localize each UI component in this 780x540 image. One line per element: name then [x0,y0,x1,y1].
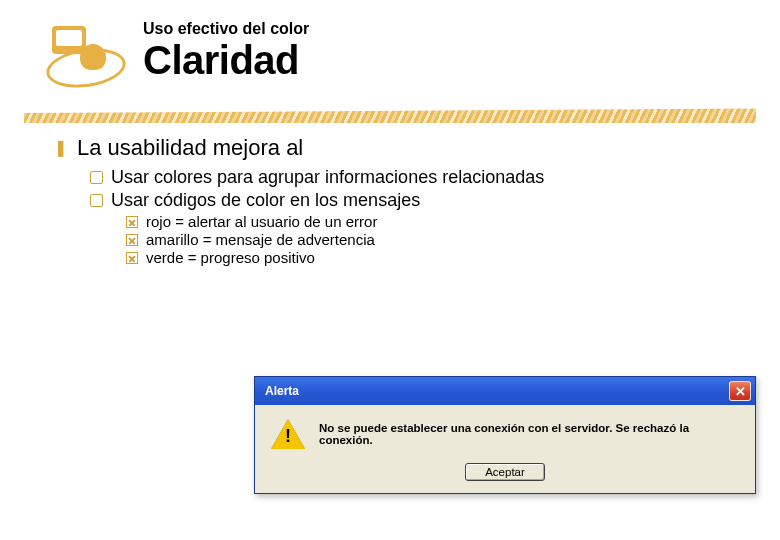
bullet-level2: Usar códigos de color en los mensajes [90,190,730,211]
close-icon: ✕ [735,385,746,398]
dialog-body: ! No se puede establecer una conexión co… [255,405,755,493]
square-bullet-icon [90,194,103,207]
alert-dialog: Alerta ✕ ! No se puede establecer una co… [254,376,756,494]
bullet-level3: verde = progreso positivo [126,249,730,266]
divider-brush-icon [24,105,756,123]
bullet-text: Usar colores para agrupar informaciones … [111,167,544,188]
close-button[interactable]: ✕ [729,381,751,401]
accept-button[interactable]: Aceptar [465,463,545,481]
slide-header: Uso efectivo del color Claridad [0,0,780,93]
bullet-text: Usar códigos de color en los mensajes [111,190,420,211]
xbox-bullet-icon [126,252,138,264]
bullet-text: rojo = alertar al usuario de un error [146,213,377,230]
slide-subtitle: Uso efectivo del color [143,20,309,38]
square-bullet-icon [90,171,103,184]
bullet-text: La usabilidad mejora al [77,135,303,161]
bullet-level1: ❚ La usabilidad mejora al [54,135,730,161]
dialog-title: Alerta [265,384,299,398]
xbox-bullet-icon [126,216,138,228]
dialog-titlebar: Alerta ✕ [255,377,755,405]
bullet-text: amarillo = mensaje de advertencia [146,231,375,248]
logo-icon [40,18,135,93]
dialog-message: No se puede establecer una conexión con … [319,422,739,446]
bullet-level2: Usar colores para agrupar informaciones … [90,167,730,188]
warning-icon: ! [271,419,305,449]
slide-title: Claridad [143,40,309,80]
bullet-level3: amarillo = mensaje de advertencia [126,231,730,248]
slide-body: ❚ La usabilidad mejora al Usar colores p… [0,123,780,266]
bullet-text: verde = progreso positivo [146,249,315,266]
bullet-level3: rojo = alertar al usuario de un error [126,213,730,230]
bullet-icon: ❚ [54,138,67,157]
xbox-bullet-icon [126,234,138,246]
